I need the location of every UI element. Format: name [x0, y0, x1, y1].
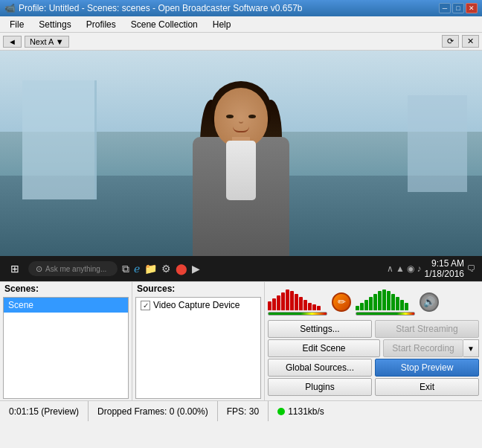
- rbar-8: [387, 291, 391, 310]
- scenes-panel: Scenes: Scene: [0, 282, 132, 400]
- btn-row-4: Plugins Exit: [268, 378, 479, 396]
- preview-area: ⊞ ⊙ Ask me anything... ⧉ ℯ 📁 ⚙ ⬤ ▶ ∧ ▲ ◉…: [0, 51, 482, 281]
- rbar-6: [378, 291, 382, 310]
- bitrate-value: 1131kb/s: [288, 406, 324, 417]
- status-bar: 0:01:15 (Preview) Dropped Frames: 0 (0.0…: [0, 400, 482, 421]
- eye-right: [248, 115, 256, 118]
- bar-6: [290, 291, 294, 310]
- menu-scene-collection[interactable]: Scene Collection: [124, 17, 205, 32]
- rbar-12: [405, 303, 408, 310]
- left-meter-group: [268, 288, 327, 316]
- bar-5: [286, 289, 289, 310]
- minimize-button[interactable]: ─: [439, 3, 451, 13]
- title-bar: 📹 Profile: Untitled - Scenes: scenes - O…: [0, 0, 482, 16]
- title-bar-left: 📹 Profile: Untitled - Scenes: scenes - O…: [4, 3, 303, 13]
- right-meter-group: [356, 288, 415, 316]
- start-recording-group: Start Recording ▼: [383, 339, 479, 357]
- speaker-icon[interactable]: 🔊: [420, 292, 439, 312]
- bar-2: [272, 298, 276, 310]
- nose: [239, 121, 243, 124]
- edit-icon[interactable]: ✏: [332, 292, 351, 312]
- settings-button[interactable]: Settings...: [268, 320, 372, 338]
- status-time: 0:01:15 (Preview): [0, 401, 89, 421]
- rbar-5: [373, 294, 377, 310]
- back-button[interactable]: ◄: [3, 36, 22, 48]
- forward-button[interactable]: Next A ▼: [25, 36, 69, 48]
- menu-file[interactable]: File: [3, 17, 30, 32]
- status-bitrate: 1131kb/s: [269, 401, 333, 421]
- taskbar-right: ∧ ▲ ◉ ♪ 9:15 AM 1/18/2016 🗨: [387, 258, 476, 279]
- scenes-header: Scenes:: [0, 282, 132, 295]
- bar-3: [277, 295, 280, 310]
- clock: 9:15 AM 1/18/2016: [425, 258, 464, 279]
- bitrate-indicator: [277, 408, 285, 415]
- status-dropped: Dropped Frames: 0 (0.00%): [89, 401, 218, 421]
- source-label: Video Capture Device: [153, 300, 240, 310]
- source-checkbox[interactable]: ✓: [141, 301, 150, 310]
- rbar-2: [360, 303, 364, 310]
- rbar-7: [382, 289, 386, 310]
- bar-1: [268, 301, 271, 310]
- start-button[interactable]: ⊞: [6, 260, 24, 278]
- edit-scene-button[interactable]: Edit Scene: [268, 339, 380, 357]
- global-sources-button[interactable]: Global Sources...: [268, 359, 372, 377]
- task-view-icon[interactable]: ⧉: [122, 263, 129, 275]
- exit-button[interactable]: Exit: [375, 378, 479, 396]
- rbar-11: [400, 300, 404, 310]
- cortana-icon: ⊙: [36, 264, 42, 274]
- meters-section: ✏ 🔊: [268, 285, 479, 319]
- rbar-9: [391, 294, 395, 310]
- rbar-10: [396, 297, 399, 310]
- window-controls: ─ □ ✕: [439, 3, 478, 13]
- close-button[interactable]: ✕: [466, 3, 478, 13]
- notifications-icon[interactable]: 🗨: [467, 263, 476, 274]
- source-item: ✓ Video Capture Device: [136, 298, 260, 313]
- menu-settings[interactable]: Settings: [32, 17, 77, 32]
- clock-time: 9:15 AM: [425, 258, 464, 269]
- cortana-search[interactable]: ⊙ Ask me anything...: [28, 261, 118, 276]
- recording-dropdown-button[interactable]: ▼: [463, 339, 479, 357]
- building-right: [408, 95, 467, 192]
- left-progress: [268, 312, 327, 316]
- mouth: [233, 127, 249, 132]
- close-preview-button[interactable]: ✕: [462, 35, 479, 48]
- start-recording-button[interactable]: Start Recording: [383, 339, 463, 357]
- folder-icon[interactable]: 📁: [144, 263, 157, 275]
- btn-row-3: Global Sources... Stop Preview: [268, 359, 479, 377]
- menu-bar: File Settings Profiles Scene Collection …: [0, 16, 482, 33]
- settings-icon[interactable]: ⚙: [161, 263, 171, 275]
- sys-tray: ∧ ▲ ◉ ♪: [387, 263, 422, 274]
- scenes-list[interactable]: Scene: [3, 297, 129, 399]
- status-fps: FPS: 30: [218, 401, 269, 421]
- cortana-text: Ask me anything...: [45, 265, 106, 273]
- stop-preview-button[interactable]: Stop Preview: [375, 359, 479, 377]
- rbar-4: [369, 297, 373, 310]
- controls-panel: ✏ 🔊: [265, 282, 482, 400]
- obs-icon[interactable]: ▶: [192, 263, 200, 275]
- building-left: [22, 80, 97, 199]
- menu-help[interactable]: Help: [206, 17, 238, 32]
- right-vol-bars: [356, 288, 415, 310]
- nav-strip: ◄ Next A ▼ ⟳ ✕: [0, 33, 482, 51]
- eye-left: [226, 115, 234, 118]
- taskbar-icons: ⧉ ℯ 📁 ⚙ ⬤ ▶: [122, 263, 200, 275]
- plugins-button[interactable]: Plugins: [268, 378, 372, 396]
- bar-10: [308, 303, 312, 310]
- btn-row-1: Settings... Start Streaming: [268, 320, 479, 338]
- edge-icon[interactable]: ℯ: [134, 263, 140, 275]
- scene-item[interactable]: Scene: [4, 298, 128, 313]
- refresh-button[interactable]: ⟳: [442, 35, 459, 48]
- clock-date: 1/18/2016: [425, 269, 464, 279]
- rbar-3: [364, 300, 368, 310]
- start-streaming-button[interactable]: Start Streaming: [375, 320, 479, 338]
- maximize-button[interactable]: □: [452, 3, 464, 13]
- menu-profiles[interactable]: Profiles: [80, 17, 123, 32]
- bar-9: [303, 300, 307, 310]
- person-figure: [174, 85, 308, 256]
- chrome-icon[interactable]: ⬤: [176, 263, 187, 275]
- bar-7: [295, 294, 298, 310]
- btn-row-2: Edit Scene Start Recording ▼: [268, 339, 479, 357]
- preview-content: ⊞ ⊙ Ask me anything... ⧉ ℯ 📁 ⚙ ⬤ ▶ ∧ ▲ ◉…: [0, 51, 482, 281]
- sources-list[interactable]: ✓ Video Capture Device: [135, 297, 261, 399]
- window-title: Profile: Untitled - Scenes: scenes - Ope…: [19, 3, 303, 13]
